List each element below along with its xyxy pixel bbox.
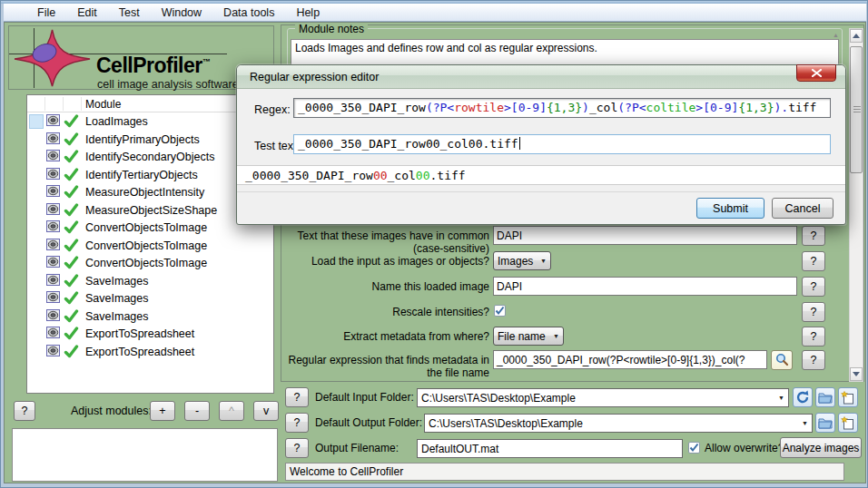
output-filename-label: Output Filename: (315, 442, 399, 454)
scroll-up-icon (853, 34, 860, 38)
browse-output-folder-button[interactable] (815, 413, 835, 433)
chevron-down-icon[interactable]: ▼ (796, 420, 808, 426)
module-icon (46, 185, 60, 197)
scrollbar-thumb[interactable] (850, 46, 863, 173)
new-input-folder-button[interactable] (838, 387, 858, 407)
folder-icon (818, 391, 833, 404)
output-filename-help-button[interactable]: ? (285, 438, 309, 458)
module-icon (46, 168, 60, 180)
close-button[interactable] (796, 64, 836, 82)
cancel-button[interactable]: Cancel (772, 198, 833, 219)
menu-item-data-tools[interactable]: Data tools (213, 5, 284, 21)
browse-input-folder-button[interactable] (815, 387, 835, 407)
module-icon (46, 309, 60, 321)
test-text-input[interactable]: _0000_350_DAPI_row00_col00.tiff (293, 134, 831, 154)
setting-row: Regular expression that finds metadata i… (282, 350, 862, 372)
module-name: IdentifyPrimaryObjects (85, 133, 200, 146)
scroll-down-button[interactable] (850, 367, 863, 381)
module-name: IdentifySecondaryObjects (85, 151, 214, 163)
help-button[interactable]: ? (802, 350, 825, 370)
settings-scrollbar[interactable] (849, 28, 863, 382)
module-icon (46, 327, 60, 338)
selection-cell (29, 256, 44, 270)
dialog-separator (237, 191, 845, 192)
module-icon (46, 220, 60, 232)
menu-item-file[interactable]: File (27, 5, 65, 21)
module-row[interactable]: ExportToSpreadsheet (27, 325, 273, 343)
new-output-folder-button[interactable] (838, 413, 858, 433)
module-icon (46, 150, 60, 161)
setting-checkbox[interactable] (494, 305, 506, 317)
setting-dropdown[interactable]: Images▼ (493, 251, 551, 270)
regex-token: tiff (788, 101, 816, 114)
app-title-text: CellProfiler (96, 54, 202, 77)
help-button[interactable]: ? (802, 327, 825, 346)
regex-magnifier-button[interactable] (771, 350, 793, 370)
check-icon (64, 291, 79, 305)
check-icon (64, 256, 79, 269)
setting-input[interactable]: _0000_350_DAPI_row(?P<rowtile>[0-9]{1,3}… (493, 350, 767, 369)
selection-cell (29, 239, 44, 253)
setting-dropdown[interactable]: File name▼ (493, 327, 564, 346)
chevron-down-icon[interactable]: ▼ (773, 395, 784, 401)
move-module-up-button[interactable]: ^ (219, 401, 244, 421)
module-row[interactable]: ExportToSpreadsheet (27, 343, 273, 361)
regex-token: . (781, 101, 788, 114)
output-folder-label: Default Output Folder: (315, 416, 422, 429)
regex-token: _col (388, 169, 416, 182)
test-text-value: _0000_350_DAPI_row00_col00.tiff (298, 137, 518, 151)
module-row[interactable]: SaveImages (27, 289, 273, 307)
setting-row: Load the input as images or objects?Imag… (282, 251, 862, 273)
regex-token: ) (582, 101, 589, 114)
move-module-down-button[interactable]: v (253, 401, 279, 421)
setting-label: Regular expression that finds metadata i… (282, 354, 489, 379)
regex-field[interactable]: _0000_350_DAPI_row(?P<rowtile>[0-9]{1,3}… (293, 98, 831, 118)
allow-overwrite-checkbox[interactable] (688, 442, 700, 454)
refresh-folder-button[interactable] (793, 387, 813, 407)
module-row[interactable]: SaveImages (27, 272, 273, 290)
help-button[interactable]: ? (802, 302, 825, 322)
regex-token: _0000_350_DAPI_row (298, 101, 426, 114)
module-row[interactable]: ConvertObjectsToImage (27, 254, 273, 272)
help-button[interactable]: ? (802, 277, 825, 297)
module-row[interactable]: ConvertObjectsToImage (27, 237, 273, 255)
module-name: ExportToSpreadsheet (85, 327, 194, 340)
module-icon (46, 291, 60, 303)
pipeline-help-button[interactable]: ? (14, 401, 35, 421)
menu-item-edit[interactable]: Edit (67, 5, 107, 21)
regex-token: 00 (416, 169, 430, 182)
input-folder-label: Default Input Folder: (315, 391, 414, 404)
output-folder-help-button[interactable]: ? (285, 413, 309, 433)
add-module-button[interactable]: + (150, 401, 175, 421)
remove-module-button[interactable]: - (184, 401, 210, 421)
selection-cell (29, 309, 44, 324)
refresh-icon (795, 390, 810, 405)
selection-cell (29, 203, 44, 218)
regex-token: > (695, 101, 703, 114)
regex-token: coltile (646, 101, 696, 114)
menu-item-test[interactable]: Test (109, 5, 150, 21)
analyze-images-button[interactable]: Analyze images (780, 437, 862, 458)
help-button[interactable]: ? (802, 226, 825, 246)
module-name: IdentifyTertiaryObjects (85, 169, 198, 181)
module-icon (46, 114, 60, 126)
check-icon (64, 203, 79, 217)
regex-token: {1,3} (547, 101, 582, 114)
submit-button[interactable]: Submit (696, 198, 764, 219)
module-notes-textarea[interactable]: Loads Images and defines row and col as … (291, 39, 839, 66)
output-folder-combo[interactable]: C:\Users\TAS\Desktop\Example ▼ (424, 414, 813, 433)
help-button[interactable]: ? (802, 251, 825, 271)
setting-input[interactable]: DAPI (493, 226, 797, 245)
output-filename-input[interactable]: DefaultOUT.mat (417, 439, 683, 458)
module-row[interactable]: SaveImages (27, 307, 273, 326)
dialog-title-bar[interactable]: Regular expression editor (237, 65, 845, 89)
module-name: MeasureObjectIntensity (85, 186, 204, 199)
check-icon (64, 327, 79, 340)
menu-item-window[interactable]: Window (152, 5, 212, 21)
scroll-up-button[interactable] (850, 29, 863, 43)
notes-scroll-up-icon[interactable]: ▲ (833, 32, 839, 38)
menu-item-help[interactable]: Help (286, 5, 330, 21)
input-folder-combo[interactable]: C:\Users\TAS\Desktop\Example ▼ (417, 388, 789, 407)
setting-input[interactable]: DAPI (493, 277, 797, 296)
input-folder-help-button[interactable]: ? (285, 387, 309, 407)
